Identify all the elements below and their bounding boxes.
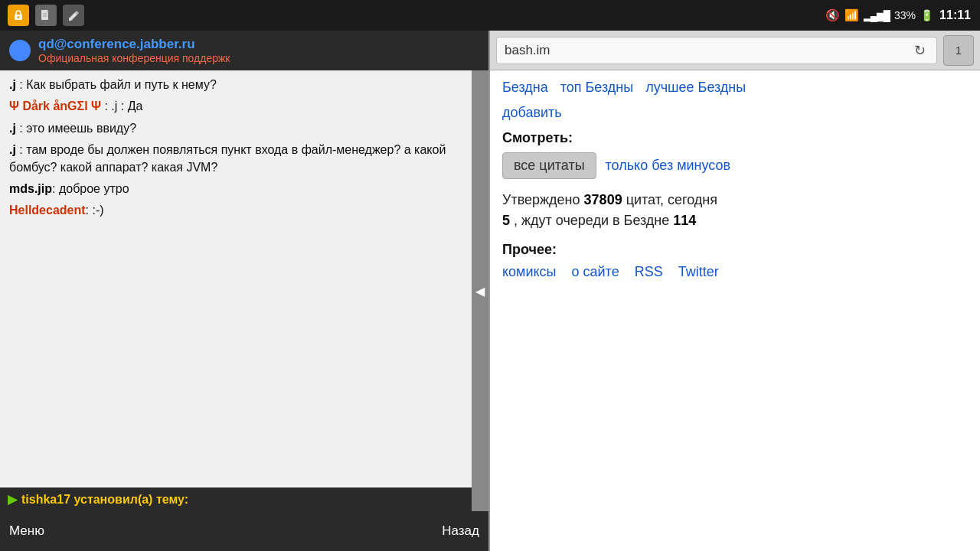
address-bar[interactable]: bash.im ↻ [496, 37, 937, 64]
add-link[interactable]: добавить [502, 105, 562, 120]
browser-panel: bash.im ↻ 1 Бездна топ Бездны лучшее Без… [490, 31, 980, 551]
tab-count-button[interactable]: 1 [943, 35, 974, 66]
today-suffix: , ждут очереди в Бездне [514, 213, 669, 228]
stats-text: Утверждено 37809 цитат, сегодня 5 , ждут… [502, 190, 968, 231]
nav-link-bezdna[interactable]: Бездна [502, 80, 548, 96]
rss-link[interactable]: RSS [635, 264, 663, 280]
list-item: .j : это имеешь ввиду? [9, 120, 479, 137]
file-app-icon[interactable] [35, 5, 57, 26]
nav-links-row1: Бездна топ Бездны лучшее Бездны [502, 80, 968, 96]
sender-name: .j [9, 78, 16, 91]
misc-links: комиксы о сайте RSS Twitter [502, 264, 968, 280]
list-item: Helldecadent: :-) [9, 202, 479, 219]
list-item: .j : Как выбрать файл и путь к нему? [9, 77, 479, 93]
chat-header: qd@conference.jabber.ru Официальная конф… [0, 31, 488, 70]
chat-messages: .j : Как выбрать файл и путь к нему? Ψ D… [0, 70, 488, 487]
sender-name: .j [9, 122, 16, 135]
chat-highlight: ▶ tishka17 установил(а) тему: [0, 487, 488, 511]
o-sayte-link[interactable]: о сайте [572, 264, 619, 280]
edit-app-icon[interactable] [63, 5, 84, 26]
battery-text: 33% [894, 9, 916, 21]
highlight-arrow-icon: ▶ [8, 492, 17, 507]
filter-all-btn[interactable]: все цитаты [502, 152, 596, 179]
refresh-icon[interactable]: ↻ [911, 42, 929, 59]
svg-point-1 [18, 16, 20, 18]
status-bar: 🔇 📶 ▂▄▆█ 33% 🔋 11:11 [0, 0, 980, 31]
filter-no-minus-link[interactable]: только без минусов [606, 158, 731, 174]
battery-icon: 🔋 [920, 9, 933, 21]
sender-name: .j [9, 143, 16, 156]
confirmed-count: 37809 [584, 192, 622, 207]
collapse-icon: ◀ [475, 284, 485, 298]
komiksy-link[interactable]: комиксы [502, 264, 557, 280]
confirmed-label: Утверждено [502, 192, 580, 207]
sender-name: mds.jip [9, 182, 52, 195]
mute-icon: 🔇 [825, 8, 840, 22]
chat-footer: Меню Назад [0, 511, 488, 551]
app-bar [0, 0, 92, 31]
tab-count-text: 1 [956, 44, 962, 57]
section-smotret-label: Смотреть: [502, 130, 968, 146]
url-text: bash.im [505, 43, 550, 58]
twitter-link[interactable]: Twitter [678, 264, 719, 280]
panel-divider[interactable]: ◀ [472, 70, 488, 511]
back-button[interactable]: Назад [442, 523, 479, 539]
section-prochee-label: Прочее: [502, 242, 968, 258]
status-time: 11:11 [939, 8, 971, 22]
nav-link-top-bezdny[interactable]: топ Бездны [560, 80, 633, 96]
browser-toolbar: bash.im ↻ 1 [490, 31, 980, 70]
filter-row: все цитаты только без минусов [502, 152, 968, 179]
confirmed-suffix: цитат, сегодня [626, 192, 717, 207]
signal-icon: ▂▄▆█ [864, 10, 890, 21]
chat-panel: qd@conference.jabber.ru Официальная конф… [0, 31, 490, 551]
highlight-text: tishka17 установил(а) тему: [21, 493, 188, 507]
browser-content: Бездна топ Бездны лучшее Бездны добавить… [490, 70, 980, 551]
today-count: 5 [502, 213, 510, 228]
sender-name: Helldecadent [9, 204, 86, 217]
menu-button[interactable]: Меню [9, 523, 44, 539]
queue-count: 114 [673, 213, 696, 228]
chat-title: qd@conference.jabber.ru [38, 37, 230, 52]
list-item: mds.jip: доброе утро [9, 181, 479, 197]
sender-name: Ψ Dårk ånGΣl Ψ [9, 99, 101, 112]
chat-avatar [9, 40, 31, 61]
lock-app-icon[interactable] [8, 5, 29, 26]
list-item: .j : там вроде бы должен появляться пунк… [9, 142, 479, 176]
nav-link-luchshee[interactable]: лучшее Бездны [645, 80, 746, 96]
chat-subtitle: Официальная конференция поддержк [38, 52, 230, 64]
wifi-icon: 📶 [844, 8, 859, 22]
list-item: Ψ Dårk ånGΣl Ψ : .j : Да [9, 98, 479, 115]
